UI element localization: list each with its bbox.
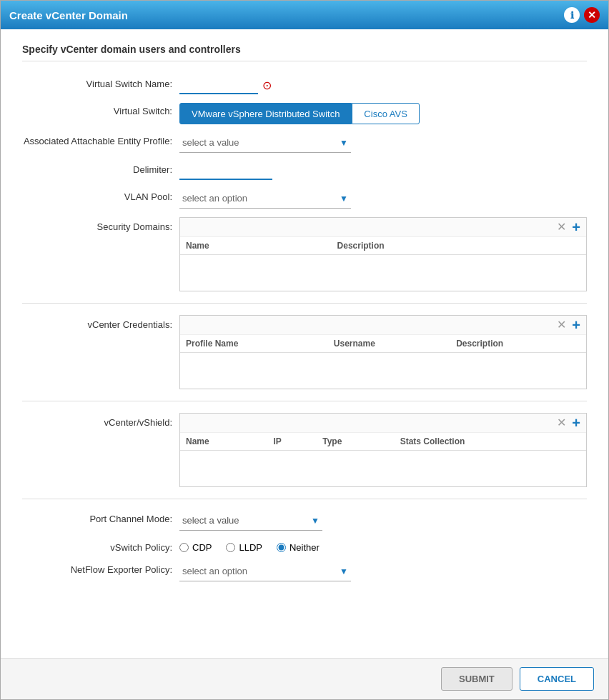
vcenter-credentials-remove-btn[interactable]: ✕	[555, 318, 568, 332]
divider-1	[22, 303, 587, 304]
section-title: Specify vCenter domain users and control…	[22, 44, 587, 61]
port-channel-mode-row: Port Channel Mode: select a value ▼	[22, 511, 587, 531]
port-channel-mode-select-wrapper: select a value ▼	[179, 511, 322, 531]
content-area: Specify vCenter domain users and control…	[1, 29, 608, 658]
vcenter-vshield-col-type: Type	[317, 433, 394, 451]
error-indicator: ⊙	[262, 79, 272, 92]
vcenter-vshield-table-body	[180, 451, 586, 486]
vcenter-credentials-table: Profile Name Username Description	[180, 335, 586, 389]
vcenter-vshield-col-ip: IP	[267, 433, 317, 451]
security-domains-add-btn[interactable]: +	[570, 220, 582, 234]
security-domains-col-name: Name	[180, 237, 332, 255]
radio-lldp-label: LLDP	[239, 542, 262, 553]
security-domains-table-container: ✕ + Name Description	[179, 217, 587, 291]
vlan-pool-select[interactable]: select an option	[179, 189, 351, 209]
divider-2	[22, 401, 587, 401]
virtual-switch-toggle: VMware vSphere Distributed Switch Cisco …	[179, 103, 587, 124]
vlan-pool-label: VLAN Pool:	[22, 189, 179, 202]
vcenter-credentials-col-desc: Description	[450, 335, 586, 353]
vswitch-policy-control: CDP LLDP Neither	[179, 539, 587, 553]
vswitch-policy-cdp[interactable]: CDP	[179, 542, 212, 553]
radio-neither[interactable]	[277, 543, 286, 552]
virtual-switch-name-label: Virtual Switch Name:	[22, 76, 179, 89]
vswitch-policy-lldp[interactable]: LLDP	[226, 542, 262, 553]
vcenter-credentials-row: vCenter Credentials: ✕ + Profile Name Us…	[22, 315, 587, 389]
virtual-switch-name-control: ⊙	[179, 76, 587, 94]
vcenter-vshield-row: vCenter/vShield: ✕ + Name IP Type S	[22, 413, 587, 487]
security-domains-table: Name Description	[180, 237, 586, 291]
footer: SUBMIT CANCEL	[1, 658, 608, 699]
vswitch-policy-row: vSwitch Policy: CDP LLDP Neither	[22, 539, 587, 553]
security-domains-table-actions: ✕ +	[180, 218, 586, 237]
associated-attachable-control: select a value ▼	[179, 133, 587, 153]
vcenter-credentials-control: ✕ + Profile Name Username Description	[179, 315, 587, 389]
vcenter-credentials-table-body	[180, 353, 586, 389]
submit-button[interactable]: SUBMIT	[441, 667, 513, 691]
radio-neither-label: Neither	[289, 542, 320, 553]
vcenter-credentials-table-actions: ✕ +	[180, 316, 586, 335]
vcenter-vshield-col-stats: Stats Collection	[395, 433, 586, 451]
vcenter-vshield-label: vCenter/vShield:	[22, 413, 179, 428]
netflow-exporter-select[interactable]: select an option	[179, 561, 351, 581]
vcenter-credentials-table-container: ✕ + Profile Name Username Description	[179, 315, 587, 389]
vcenter-vshield-control: ✕ + Name IP Type Stats Collection	[179, 413, 587, 487]
vcenter-vshield-table-actions: ✕ +	[180, 414, 586, 433]
security-domains-remove-btn[interactable]: ✕	[555, 220, 568, 234]
cancel-button[interactable]: CANCEL	[520, 667, 594, 691]
vcenter-credentials-col-profile: Profile Name	[180, 335, 328, 353]
associated-attachable-label: Associated Attachable Entity Profile:	[22, 133, 179, 146]
associated-attachable-select[interactable]: select a value	[179, 133, 351, 153]
security-domains-table-body	[180, 255, 586, 291]
delimiter-label: Delimiter:	[22, 161, 179, 175]
window-title: Create vCenter Domain	[9, 9, 128, 21]
divider-3	[22, 499, 587, 499]
vswitch-policy-neither[interactable]: Neither	[277, 542, 320, 553]
vcenter-vshield-table: Name IP Type Stats Collection	[180, 433, 586, 486]
vswitch-policy-label: vSwitch Policy:	[22, 539, 179, 553]
vlan-pool-row: VLAN Pool: select an option ▼	[22, 189, 587, 209]
associated-attachable-row: Associated Attachable Entity Profile: se…	[22, 133, 587, 153]
security-domains-row: Security Domains: ✕ + Name Description	[22, 217, 587, 291]
virtual-switch-row: Virtual Switch: VMware vSphere Distribut…	[22, 103, 587, 124]
title-bar-icons: ℹ ✕	[564, 7, 600, 23]
port-channel-mode-control: select a value ▼	[179, 511, 587, 531]
associated-attachable-select-wrapper: select a value ▼	[179, 133, 351, 153]
vcenter-credentials-col-username: Username	[328, 335, 450, 353]
title-bar: Create vCenter Domain ℹ ✕	[1, 1, 608, 29]
radio-cdp[interactable]	[179, 543, 189, 552]
radio-lldp[interactable]	[226, 543, 235, 552]
netflow-exporter-control: select an option ▼	[179, 561, 587, 581]
vcenter-vshield-col-name: Name	[180, 433, 267, 451]
vcenter-credentials-label: vCenter Credentials:	[22, 315, 179, 330]
toggle-vmware[interactable]: VMware vSphere Distributed Switch	[179, 103, 352, 124]
vcenter-vshield-table-container: ✕ + Name IP Type Stats Collection	[179, 413, 587, 487]
radio-cdp-label: CDP	[192, 542, 212, 553]
vcenter-vshield-add-btn[interactable]: +	[570, 416, 582, 430]
vlan-pool-control: select an option ▼	[179, 189, 587, 209]
netflow-exporter-label: NetFlow Exporter Policy:	[22, 561, 179, 575]
delimiter-control	[179, 161, 587, 180]
security-domains-label: Security Domains:	[22, 217, 179, 232]
delimiter-input[interactable]	[179, 161, 272, 180]
vlan-pool-select-wrapper: select an option ▼	[179, 189, 351, 209]
netflow-exporter-row: NetFlow Exporter Policy: select an optio…	[22, 561, 587, 581]
port-channel-mode-select[interactable]: select a value	[179, 511, 322, 531]
toggle-cisco[interactable]: Cisco AVS	[352, 103, 419, 124]
info-icon[interactable]: ℹ	[564, 7, 580, 23]
close-icon[interactable]: ✕	[584, 7, 600, 23]
vcenter-credentials-add-btn[interactable]: +	[570, 318, 582, 332]
virtual-switch-name-row: Virtual Switch Name: ⊙	[22, 76, 587, 94]
vswitch-policy-radio-group: CDP LLDP Neither	[179, 539, 587, 553]
virtual-switch-label: Virtual Switch:	[22, 103, 179, 116]
security-domains-col-desc: Description	[332, 237, 586, 255]
vcenter-vshield-remove-btn[interactable]: ✕	[555, 416, 568, 430]
window: Create vCenter Domain ℹ ✕ Specify vCente…	[0, 0, 609, 700]
virtual-switch-name-input[interactable]	[179, 76, 258, 94]
security-domains-control: ✕ + Name Description	[179, 217, 587, 291]
delimiter-row: Delimiter:	[22, 161, 587, 180]
virtual-switch-control: VMware vSphere Distributed Switch Cisco …	[179, 103, 587, 124]
port-channel-mode-label: Port Channel Mode:	[22, 511, 179, 524]
netflow-exporter-select-wrapper: select an option ▼	[179, 561, 351, 581]
